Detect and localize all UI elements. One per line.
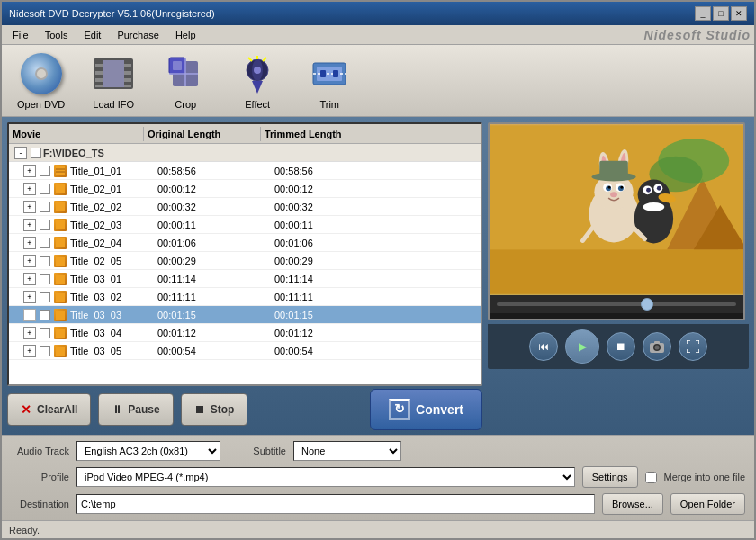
play-button[interactable]: ▶ xyxy=(565,329,599,364)
close-button[interactable]: ✕ xyxy=(731,6,747,21)
row-expand[interactable]: + xyxy=(23,219,36,231)
x-icon: ✕ xyxy=(21,402,32,417)
svg-rect-25 xyxy=(56,274,65,284)
snapshot-button[interactable] xyxy=(643,332,671,361)
status-bar: Ready. xyxy=(2,520,754,538)
tree-scroll-area: - F:\VIDEO_TS + Title_01_01 00:58:56 xyxy=(9,144,481,384)
menu-help[interactable]: Help xyxy=(168,28,203,42)
profile-select[interactable]: iPod Video MPEG-4 (*.mp4) xyxy=(76,467,575,487)
status-text: Ready. xyxy=(9,525,40,536)
menu-tools[interactable]: Tools xyxy=(38,28,76,42)
tree-content[interactable]: - F:\VIDEO_TS + Title_01_01 00:58:56 xyxy=(9,144,481,384)
crop-button[interactable]: Crop xyxy=(154,48,217,114)
menu-file[interactable]: File xyxy=(5,28,36,42)
svg-rect-16 xyxy=(333,70,338,77)
row-expand[interactable]: + xyxy=(23,345,36,357)
file-icon xyxy=(54,309,67,321)
row-checkbox[interactable] xyxy=(40,292,50,302)
row-checkbox[interactable] xyxy=(40,256,50,266)
file-icon xyxy=(54,237,67,249)
convert-spinner-icon: ↻ xyxy=(389,399,410,420)
table-row[interactable]: + Title_01_01 00:58:56 00:58:56 xyxy=(9,162,481,180)
settings-button[interactable]: Settings xyxy=(582,466,638,488)
row-expand[interactable]: + xyxy=(23,165,36,177)
row-checkbox[interactable] xyxy=(40,184,50,194)
audio-track-label: Audio Track xyxy=(11,446,69,456)
row-expand[interactable]: + xyxy=(23,237,36,249)
merge-checkbox[interactable] xyxy=(645,472,657,483)
prev-frame-button[interactable]: ⏮ xyxy=(529,332,558,361)
effect-button[interactable]: Effect xyxy=(226,48,289,114)
svg-rect-50 xyxy=(599,161,628,177)
row-expand[interactable]: + xyxy=(23,255,36,267)
file-icon xyxy=(54,219,67,231)
table-row[interactable]: + Title_02_04 00:01:06 00:01:06 xyxy=(9,234,481,252)
row-orig: 00:11:14 xyxy=(154,274,271,284)
row-checkbox[interactable] xyxy=(40,310,50,320)
row-expand[interactable]: + xyxy=(23,327,36,339)
subtitle-select[interactable]: None xyxy=(293,441,401,461)
row-checkbox[interactable] xyxy=(40,166,50,176)
row-expand[interactable]: + xyxy=(23,291,36,303)
action-buttons: ✕ ClearAll ⏸ Pause ⏹ Stop ↻ Convert xyxy=(7,390,482,429)
destination-input[interactable] xyxy=(76,494,595,514)
row-checkbox[interactable] xyxy=(40,202,50,212)
maximize-button[interactable]: □ xyxy=(713,6,729,21)
fullscreen-button[interactable] xyxy=(679,332,707,361)
root-checkbox[interactable] xyxy=(31,148,41,158)
seek-track[interactable] xyxy=(497,302,736,306)
minimize-button[interactable]: _ xyxy=(695,6,711,21)
svg-point-57 xyxy=(657,186,662,191)
table-row[interactable]: + Title_02_05 00:00:29 00:00:29 xyxy=(9,252,481,270)
table-row[interactable]: + Title_03_01 00:11:14 00:11:14 xyxy=(9,270,481,288)
audio-track-select[interactable]: English AC3 2ch (0x81) xyxy=(76,441,220,461)
clear-all-button[interactable]: ✕ ClearAll xyxy=(7,393,91,426)
row-checkbox[interactable] xyxy=(40,220,50,230)
row-expand[interactable]: + xyxy=(23,201,36,213)
seek-bar[interactable] xyxy=(490,295,743,313)
stop-button[interactable]: ⏹ Stop xyxy=(181,393,248,426)
brand-text: Nidesoft Studio xyxy=(644,28,751,42)
row-checkbox[interactable] xyxy=(40,328,50,338)
row-expand[interactable]: + xyxy=(23,309,36,321)
row-expand[interactable]: + xyxy=(23,273,36,285)
trim-button[interactable]: Trim xyxy=(298,48,361,114)
subtitle-label: Subtitle xyxy=(228,446,286,456)
stop-player-button[interactable]: ⏹ xyxy=(607,332,635,361)
convert-button[interactable]: ↻ Convert xyxy=(370,389,482,430)
menu-purchase[interactable]: Purchase xyxy=(110,28,166,42)
row-trim: 00:00:32 xyxy=(271,202,481,212)
row-checkbox[interactable] xyxy=(40,274,50,284)
svg-point-56 xyxy=(646,188,651,193)
row-expand[interactable]: + xyxy=(23,183,36,195)
row-checkbox[interactable] xyxy=(40,238,50,248)
svg-rect-26 xyxy=(56,292,65,302)
row-name: Title_02_03 xyxy=(68,220,154,230)
profile-label: Profile xyxy=(11,472,69,482)
row-name: Title_03_02 xyxy=(68,292,154,302)
browse-button[interactable]: Browse... xyxy=(602,493,663,515)
table-row[interactable]: + Title_03_02 00:11:11 00:11:11 xyxy=(9,288,481,306)
pause-label: Pause xyxy=(128,403,159,416)
table-row[interactable]: + Title_02_01 00:00:12 00:00:12 xyxy=(9,180,481,198)
file-icon xyxy=(54,273,67,285)
table-row[interactable]: + Title_03_05 00:00:54 00:00:54 xyxy=(9,342,481,360)
load-ifo-button[interactable]: Load IFO xyxy=(82,48,145,114)
seek-thumb[interactable] xyxy=(641,298,653,310)
root-expand[interactable]: - xyxy=(14,147,27,159)
open-folder-button[interactable]: Open Folder xyxy=(670,493,745,515)
row-trim: 00:00:11 xyxy=(271,220,481,230)
row-checkbox[interactable] xyxy=(40,346,50,356)
table-row[interactable]: + Title_02_03 00:00:11 00:00:11 xyxy=(9,216,481,234)
table-row-selected[interactable]: + Title_03_03 00:01:15 00:01:15 xyxy=(9,306,481,324)
row-orig: 00:01:12 xyxy=(154,328,271,338)
destination-label: Destination xyxy=(11,499,69,509)
left-panel: Movie Original Length Trimmed Length - F… xyxy=(7,122,482,429)
menu-edit[interactable]: Edit xyxy=(76,28,108,42)
pause-button[interactable]: ⏸ Pause xyxy=(98,393,173,426)
table-row[interactable]: + Title_03_04 00:01:12 00:01:12 xyxy=(9,324,481,342)
audio-subtitle-row: Audio Track English AC3 2ch (0x81) Subti… xyxy=(11,441,745,461)
open-dvd-button[interactable]: Open DVD xyxy=(9,48,73,114)
table-row[interactable]: + Title_02_02 00:00:32 00:00:32 xyxy=(9,198,481,216)
load-ifo-icon xyxy=(92,52,135,95)
